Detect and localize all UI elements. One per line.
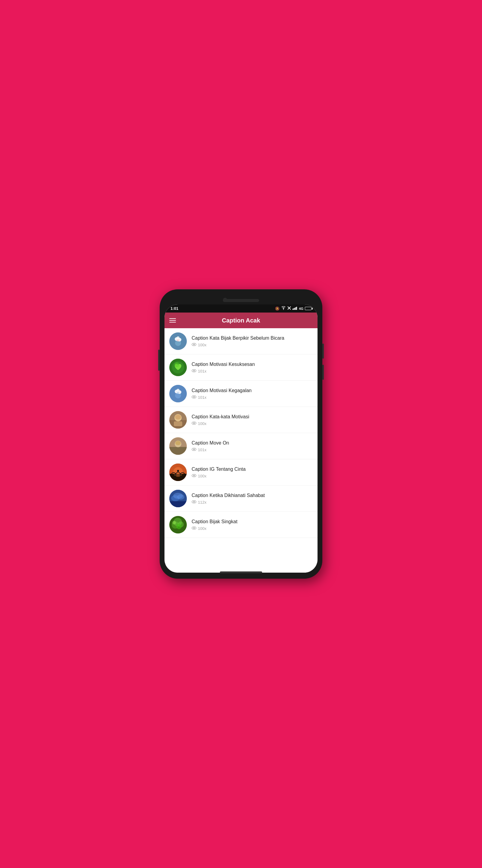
list-item[interactable]: Caption Kata Bijak Berpikir Sebelum Bica… [164, 328, 318, 354]
svg-point-0 [283, 309, 284, 310]
4g-label: 4G [299, 307, 303, 310]
volume-up-button[interactable] [322, 344, 324, 359]
svg-rect-36 [169, 447, 187, 455]
svg-rect-3 [292, 309, 293, 310]
svg-rect-4 [294, 308, 295, 310]
view-count: 100x [198, 526, 206, 531]
status-icons: 🔕 [275, 306, 312, 311]
menu-line-1 [169, 318, 176, 319]
item-meta: 101x [192, 447, 313, 452]
menu-line-2 [169, 320, 176, 321]
svg-point-40 [193, 449, 195, 450]
avatar [169, 490, 187, 507]
list-item[interactable]: Caption Bijak Singkat 100x [164, 512, 318, 538]
item-meta: 100x [192, 526, 313, 531]
phone-speaker [223, 299, 259, 302]
eye-icon [192, 526, 196, 530]
phone-bottom-bar [220, 571, 262, 573]
menu-line-3 [169, 322, 176, 322]
item-meta: 100x [192, 474, 313, 478]
view-count: 101x [198, 369, 206, 373]
app-title: Caption Acak [182, 317, 300, 324]
svg-point-65 [176, 524, 182, 529]
item-meta: 100x [192, 421, 313, 426]
avatar [169, 333, 187, 350]
svg-point-31 [175, 415, 181, 420]
svg-point-27 [193, 396, 195, 398]
list-item[interactable]: Caption Move On 101x [164, 433, 318, 459]
item-title: Caption Motivasi Kegagalan [192, 388, 313, 394]
status-time: 1:01 [170, 306, 178, 311]
eye-icon [192, 474, 196, 478]
avatar [169, 437, 187, 455]
svg-rect-5 [295, 307, 296, 310]
svg-point-58 [173, 493, 183, 499]
item-title: Caption Kata Bijak Berpikir Sebelum Bica… [192, 335, 313, 341]
item-info: Caption Move On 101x [192, 440, 313, 452]
hamburger-menu-button[interactable] [169, 318, 176, 322]
svg-point-52 [193, 475, 195, 476]
svg-point-34 [193, 423, 195, 424]
svg-rect-32 [174, 421, 182, 426]
avatar [169, 359, 187, 376]
svg-point-12 [177, 339, 179, 341]
item-title: Caption Bijak Singkat [192, 519, 313, 525]
list-item[interactable]: Caption IG Tentang Cinta 100x [164, 459, 318, 486]
signal-cross-icon [287, 306, 291, 311]
item-info: Caption Bijak Singkat 100x [192, 519, 313, 531]
view-count: 112x [198, 500, 206, 504]
list-item[interactable]: Caption Ketika Dikhianati Sahabat 112x [164, 486, 318, 512]
item-meta: 112x [192, 500, 313, 504]
svg-point-66 [172, 521, 176, 524]
power-button[interactable] [158, 350, 160, 371]
avatar [169, 385, 187, 402]
eye-icon [192, 395, 196, 399]
list-item[interactable]: Caption Kata-kata Motivasi 100x [164, 407, 318, 433]
item-meta: 101x [192, 369, 313, 373]
bell-mute-icon: 🔕 [275, 307, 280, 311]
svg-point-25 [177, 392, 179, 394]
svg-point-14 [193, 344, 195, 345]
item-title: Caption Move On [192, 440, 313, 446]
svg-point-60 [193, 501, 195, 503]
item-title: Caption IG Tentang Cinta [192, 466, 313, 472]
list-item[interactable]: Caption Motivasi Kesuksesan 101x [164, 354, 318, 381]
phone-screen: 1:01 🔕 [164, 304, 318, 572]
svg-point-38 [175, 441, 181, 445]
eye-icon [192, 500, 196, 504]
item-title: Caption Kata-kata Motivasi [192, 414, 313, 420]
list-item[interactable]: Caption Motivasi Kegagalan 101x [164, 381, 318, 407]
item-info: Caption IG Tentang Cinta 100x [192, 466, 313, 478]
eye-icon [192, 343, 196, 347]
item-info: Caption Ketika Dikhianati Sahabat 112x [192, 493, 313, 504]
view-count: 101x [198, 395, 206, 400]
status-bar: 1:01 🔕 [164, 304, 318, 313]
svg-point-46 [177, 470, 179, 472]
item-info: Caption Kata Bijak Berpikir Sebelum Bica… [192, 335, 313, 347]
avatar [169, 411, 187, 429]
svg-point-24 [176, 389, 180, 392]
item-info: Caption Motivasi Kegagalan 101x [192, 388, 313, 400]
avatar [169, 464, 187, 481]
svg-rect-6 [296, 307, 297, 310]
eye-icon [192, 369, 196, 373]
eye-icon [192, 447, 196, 452]
svg-point-11 [176, 336, 180, 339]
app-bar: Caption Acak [164, 313, 318, 328]
view-count: 100x [198, 421, 206, 426]
caption-list: Caption Kata Bijak Berpikir Sebelum Bica… [164, 328, 318, 572]
eye-icon [192, 421, 196, 426]
volume-down-button[interactable] [322, 365, 324, 380]
view-count: 100x [198, 474, 206, 478]
item-title: Caption Motivasi Kesuksesan [192, 361, 313, 368]
svg-point-17 [174, 362, 179, 367]
wifi-icon [281, 306, 286, 311]
item-meta: 100x [192, 343, 313, 347]
battery-icon [305, 307, 312, 310]
item-title: Caption Ketika Dikhianati Sahabat [192, 493, 313, 499]
svg-rect-55 [169, 501, 187, 507]
svg-point-19 [193, 370, 195, 372]
item-info: Caption Kata-kata Motivasi 100x [192, 414, 313, 426]
svg-point-68 [193, 527, 195, 529]
view-count: 101x [198, 447, 206, 452]
